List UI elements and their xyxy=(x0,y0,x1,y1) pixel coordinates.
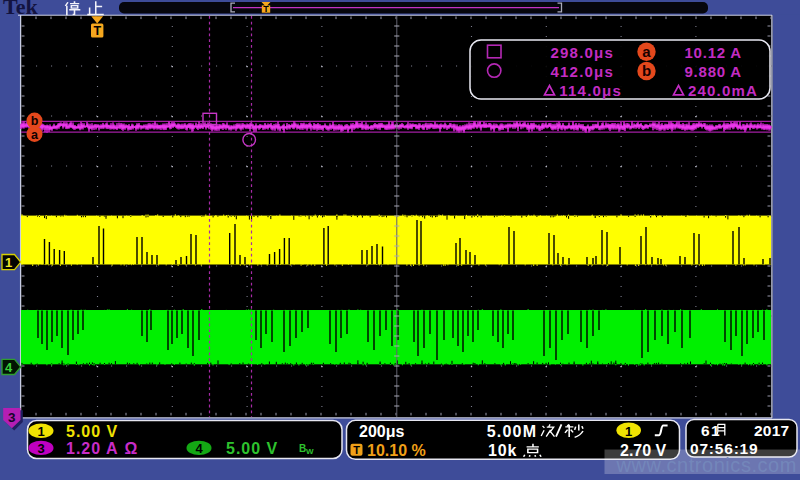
svg-text:6: 6 xyxy=(701,422,710,439)
svg-text:10.12 A: 10.12 A xyxy=(684,44,742,61)
svg-text:10k: 10k xyxy=(488,442,517,459)
svg-text:a: a xyxy=(642,43,651,60)
svg-text:www.cntronics.com: www.cntronics.com xyxy=(616,454,798,476)
svg-text:b: b xyxy=(31,114,39,128)
svg-text:5.00M: 5.00M xyxy=(487,423,537,440)
svg-text:3: 3 xyxy=(37,441,44,456)
svg-text:412.0μs: 412.0μs xyxy=(551,63,614,80)
svg-text:b: b xyxy=(642,62,651,79)
svg-text:298.0μs: 298.0μs xyxy=(551,44,614,61)
svg-text:1: 1 xyxy=(5,255,12,270)
svg-text:200μs: 200μs xyxy=(359,423,404,440)
svg-text:240.0mA: 240.0mA xyxy=(688,82,758,99)
svg-text:4: 4 xyxy=(5,360,13,375)
svg-text:3: 3 xyxy=(8,410,16,425)
svg-text:W: W xyxy=(306,447,314,456)
svg-text:1: 1 xyxy=(37,424,44,439)
svg-text:5.00 V: 5.00 V xyxy=(226,440,278,457)
svg-text:Ω: Ω xyxy=(125,440,138,457)
svg-text:4: 4 xyxy=(195,441,203,456)
svg-text:T: T xyxy=(353,444,360,456)
svg-text:5.00 V: 5.00 V xyxy=(66,423,118,440)
svg-text:1: 1 xyxy=(625,424,632,439)
svg-text:T: T xyxy=(263,4,269,14)
svg-text:a: a xyxy=(31,128,39,142)
svg-text:114.0μs: 114.0μs xyxy=(559,82,622,99)
svg-text:10.10 %: 10.10 % xyxy=(367,442,426,459)
svg-text:Tek: Tek xyxy=(3,0,38,19)
svg-text:T: T xyxy=(93,24,101,38)
svg-text:2017: 2017 xyxy=(754,422,789,439)
svg-text:9.880 A: 9.880 A xyxy=(684,63,742,80)
svg-text:1.20 A: 1.20 A xyxy=(66,440,119,457)
